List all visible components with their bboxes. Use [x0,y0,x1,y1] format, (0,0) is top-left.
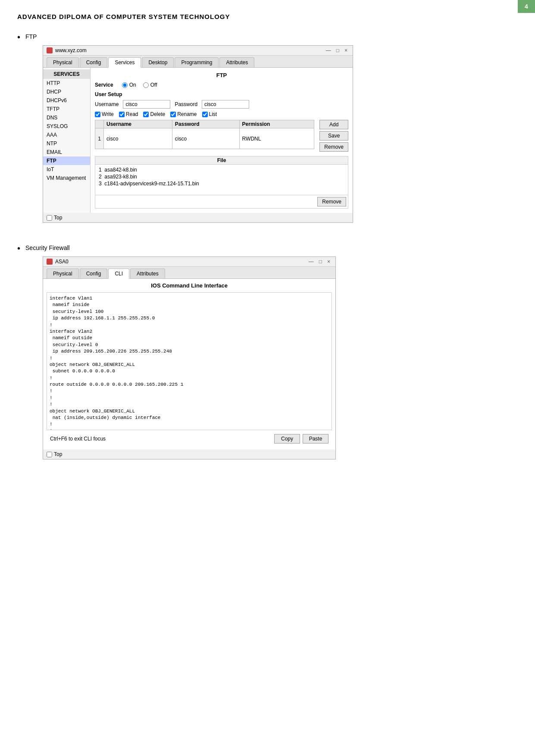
asa-close-btn[interactable]: × [325,259,332,265]
cli-footer: Ctrl+F6 to exit CLI focus Copy Paste [47,431,332,446]
asa-minimize-btn[interactable]: — [307,259,316,265]
top-label: Top [54,215,62,221]
tab-attributes[interactable]: Attributes [219,57,254,67]
user-form-row: Username Password [95,100,348,109]
cli-body: IOS Command Line Interface interface Vla… [43,279,335,450]
service-on-option[interactable]: On [122,82,136,88]
bullet-label-ftp: FTP [25,33,518,40]
ftp-window-title: www.xyz.com [55,47,87,53]
ftp-title-left: www.xyz.com [47,47,87,53]
page-title: ADVANCED DIPLOMA OF COMPUTER SYSTEM TECH… [17,13,518,20]
write-checkbox-label[interactable]: Write [95,111,114,117]
service-toggle-row: Service On Off [95,82,348,88]
tab-desktop[interactable]: Desktop [142,57,174,67]
write-checkbox[interactable] [95,112,100,117]
ftp-window-body: SERVICES HTTP DHCP DHCPv6 TFTP DNS SYSLO… [43,68,353,213]
row-permission: RWDNL [239,128,314,149]
row-num: 1 [95,128,104,149]
col-num [95,120,104,128]
row-password: cisco [172,128,239,149]
service-dns[interactable]: DNS [43,113,90,122]
section-ftp: • FTP www.xyz.com — □ × Physical Config [17,33,518,236]
asa-maximize-btn[interactable]: □ [317,259,324,265]
save-user-button[interactable]: Save [319,131,348,141]
service-email[interactable]: EMAIL [43,148,90,156]
ftp-window: www.xyz.com — □ × Physical Config Servic… [43,45,353,223]
top-checkbox-label[interactable]: Top [47,215,62,221]
service-syslog[interactable]: SYSLOG [43,122,90,131]
paste-button[interactable]: Paste [303,434,329,444]
file-section-title: File [95,156,348,165]
read-checkbox-label[interactable]: Read [119,111,138,117]
list-checkbox-label[interactable]: List [202,111,217,117]
remove-user-button[interactable]: Remove [319,142,348,152]
asa-bottom-row: Top [43,450,335,459]
service-iot[interactable]: IoT [43,165,90,174]
file-remove-row: Remove [95,195,348,208]
col-username: Username [104,120,172,128]
service-ftp[interactable]: FTP [43,156,90,165]
bullet-label-security: Security Firewall [25,244,518,251]
tab-services[interactable]: Services [108,57,141,68]
list-item: 1 asa842-k8.bin [99,166,344,173]
asa-tab-physical[interactable]: Physical [47,269,79,278]
list-checkbox[interactable] [202,112,208,117]
table-row: 1 cisco cisco RWDNL [95,128,314,149]
service-http[interactable]: HTTP [43,79,90,87]
service-off-radio[interactable] [143,82,149,88]
services-panel: SERVICES HTTP DHCP DHCPv6 TFTP DNS SYSLO… [43,68,91,213]
read-checkbox[interactable] [119,112,125,117]
ftp-section-title: FTP [95,72,348,78]
asa-top-checkbox-label[interactable]: Top [47,451,62,457]
col-permission: Permission [239,120,314,128]
user-setup-label: User Setup [95,91,348,97]
asa-tab-attributes[interactable]: Attributes [130,269,165,278]
col-password: Password [172,120,239,128]
service-off-option[interactable]: Off [143,82,157,88]
ftp-tab-bar: Physical Config Services Desktop Program… [43,56,353,68]
top-checkbox[interactable] [47,215,52,221]
remove-file-button[interactable]: Remove [317,197,346,206]
username-input[interactable] [123,100,170,109]
shield-icon [47,259,53,265]
cli-shortcut-label: Ctrl+F6 to exit CLI focus [50,436,106,442]
ftp-titlebar: www.xyz.com — □ × [43,46,353,56]
file-list: 1 asa842-k8.bin 2 asa923-k8.bin 3 c1841-… [95,165,348,195]
cli-title: IOS Command Line Interface [47,282,332,289]
rename-checkbox[interactable] [170,112,176,117]
delete-checkbox-label[interactable]: Delete [143,111,165,117]
add-user-button[interactable]: Add [319,120,348,129]
service-dhcp[interactable]: DHCP [43,87,90,96]
ftp-window-controls: — □ × [324,47,349,53]
service-tftp[interactable]: TFTP [43,105,90,113]
row-username: cisco [104,128,172,149]
ftp-bottom-row: Top [43,213,353,222]
rename-checkbox-label[interactable]: Rename [170,111,197,117]
copy-button[interactable]: Copy [274,434,300,444]
service-radio-group: On Off [122,82,157,88]
service-dhcpv6[interactable]: DHCPv6 [43,96,90,105]
maximize-btn[interactable]: □ [335,47,341,53]
service-on-radio[interactable] [122,82,128,88]
password-input[interactable] [202,100,249,109]
asa-window: ASA0 — □ × Physical Config CLI Attribute… [43,256,336,459]
minimize-btn[interactable]: — [324,47,333,53]
asa-window-title: ASA0 [55,259,69,265]
asa-title-left: ASA0 [47,259,69,265]
delete-checkbox[interactable] [143,112,149,117]
service-vm-management[interactable]: VM Management [43,174,90,182]
service-aaa[interactable]: AAA [43,131,90,139]
asa-top-label: Top [54,451,62,457]
tab-programming[interactable]: Programming [175,57,219,67]
service-ntp[interactable]: NTP [43,139,90,148]
asa-titlebar: ASA0 — □ × [43,257,335,267]
asa-tab-cli[interactable]: CLI [108,269,129,279]
cli-footer-buttons: Copy Paste [274,434,329,444]
asa-tab-config[interactable]: Config [80,269,108,278]
tab-config[interactable]: Config [80,57,108,67]
tab-physical[interactable]: Physical [47,57,79,67]
close-btn[interactable]: × [343,47,349,53]
asa-top-checkbox[interactable] [47,452,52,457]
cli-textarea[interactable]: interface Vlan1 nameif inside security-l… [47,292,332,430]
list-item: 2 asa923-k8.bin [99,173,344,180]
